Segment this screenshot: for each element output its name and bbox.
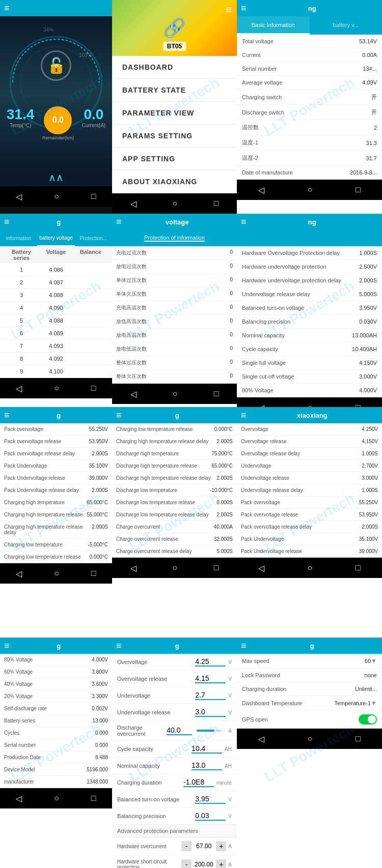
screen5-title: voltage bbox=[122, 218, 233, 226]
nav-bar-2: ◁ ○ □ bbox=[112, 193, 237, 214]
menu-icon-3[interactable]: ≡ bbox=[241, 3, 247, 14]
toggle-switch[interactable] bbox=[359, 714, 377, 725]
menu-icon-9[interactable]: ≡ bbox=[241, 410, 247, 421]
menu-icon-11[interactable]: ≡ bbox=[116, 641, 122, 651]
stepper-plus[interactable]: + bbox=[216, 859, 226, 868]
setting-input[interactable] bbox=[192, 744, 222, 754]
recent-btn-10[interactable]: □ bbox=[86, 794, 101, 803]
xx-label: Undervoltage release bbox=[241, 475, 362, 481]
home-btn-1[interactable]: ○ bbox=[49, 192, 64, 201]
protection-table: 充电过流次数0放电过流次数0单体过压次数0单体欠压次数0充电高温次数0放低高温次… bbox=[112, 246, 237, 384]
dropdown-icon[interactable]: ▼ bbox=[371, 700, 377, 707]
setting-input[interactable] bbox=[195, 708, 226, 717]
screen-dashboard: ≡ 34% 100% 🔓 31.4 Temp(°C) bbox=[0, 0, 112, 214]
lock-icon: 🔓 bbox=[41, 50, 71, 81]
home-btn-9[interactable]: ○ bbox=[303, 563, 318, 572]
tab-battery-v[interactable]: battery voltage bbox=[37, 230, 74, 246]
recent-btn-2[interactable]: □ bbox=[209, 199, 224, 208]
home-btn-10[interactable]: ○ bbox=[49, 794, 64, 803]
setting-input[interactable] bbox=[195, 812, 226, 821]
back-btn-1[interactable]: ◁ bbox=[11, 192, 27, 201]
menu-icon-10[interactable]: ≡ bbox=[4, 641, 10, 651]
screen3-title: ng bbox=[247, 5, 378, 12]
home-btn-4[interactable]: ○ bbox=[49, 384, 64, 393]
tab-information[interactable]: information bbox=[0, 230, 37, 246]
recent-btn-9[interactable]: □ bbox=[350, 563, 366, 572]
setting-input[interactable] bbox=[195, 795, 226, 804]
recent-btn-7[interactable]: □ bbox=[86, 569, 101, 578]
recent-btn-5[interactable]: □ bbox=[209, 389, 224, 398]
back-btn-7[interactable]: ◁ bbox=[11, 569, 27, 578]
tab-protection[interactable]: Protection... bbox=[75, 230, 112, 246]
back-btn-3[interactable]: ◁ bbox=[253, 185, 269, 195]
stepper-minus[interactable]: - bbox=[181, 841, 192, 851]
menu-icon-12[interactable]: ≡ bbox=[241, 641, 247, 651]
recent-btn-8[interactable]: □ bbox=[209, 563, 224, 572]
pack-row: Charging high temperature65.000°C bbox=[0, 497, 112, 509]
recent-btn-6[interactable]: □ bbox=[350, 403, 366, 407]
charge-row: Discharge low temperature release0.000S bbox=[112, 497, 237, 509]
menu-item-parameter-view[interactable]: PARAMETER VIEW bbox=[112, 102, 237, 125]
prot-value: 0 bbox=[230, 291, 233, 298]
menu-hamburger-icon[interactable]: ≡ bbox=[226, 4, 232, 16]
menu-icon-1[interactable]: ≡ bbox=[4, 3, 10, 14]
menu-icon-8[interactable]: ≡ bbox=[116, 410, 122, 421]
home-btn-7[interactable]: ○ bbox=[49, 569, 64, 578]
back-btn-9[interactable]: ◁ bbox=[253, 563, 269, 573]
menu-icon-5[interactable]: ≡ bbox=[116, 217, 122, 227]
home-btn-6[interactable]: ○ bbox=[303, 403, 318, 407]
menu-item-params-setting[interactable]: PARAMS SETTING bbox=[112, 125, 237, 148]
dropdown-icon[interactable]: ▼ bbox=[371, 657, 377, 664]
menu-icon-6[interactable]: ≡ bbox=[241, 217, 247, 227]
menu-icon-4[interactable]: ≡ bbox=[4, 217, 10, 227]
setting-input[interactable] bbox=[195, 657, 226, 667]
home-btn-12[interactable]: ○ bbox=[303, 734, 318, 743]
menu-item-app-setting[interactable]: APP SETTING bbox=[112, 148, 237, 170]
recent-btn-3[interactable]: □ bbox=[350, 185, 366, 194]
back-btn-2[interactable]: ◁ bbox=[125, 199, 142, 209]
setting-input[interactable] bbox=[195, 691, 226, 700]
info-label: Current bbox=[242, 52, 362, 58]
charge-label: Discharge high temperature bbox=[116, 451, 211, 456]
home-btn-8[interactable]: ○ bbox=[168, 563, 183, 572]
setting-field-row: Undervoltage V bbox=[112, 687, 237, 704]
back-btn-10[interactable]: ◁ bbox=[11, 794, 27, 803]
menu-icon-7[interactable]: ≡ bbox=[4, 410, 10, 421]
home-btn-5[interactable]: ○ bbox=[168, 389, 183, 398]
setting-input[interactable] bbox=[195, 674, 226, 683]
volt-table-header: Battery series Voltage Balance bbox=[0, 246, 112, 264]
back-btn-12[interactable]: ◁ bbox=[253, 734, 269, 744]
setting-input[interactable] bbox=[167, 726, 192, 735]
mv-label: 20% Voltage bbox=[4, 693, 92, 699]
more-info-row: Single full voltage4.150V bbox=[237, 356, 382, 370]
screen-menu: 🔗 BT05 ≡ DASHBOARDBATTERY STATEPARAMETER… bbox=[112, 0, 237, 214]
series-num: 9 bbox=[4, 368, 39, 374]
back-btn-8[interactable]: ◁ bbox=[125, 563, 142, 573]
home-btn-3[interactable]: ○ bbox=[303, 185, 318, 194]
charge-label: Discharge high temperature release delay bbox=[116, 475, 216, 481]
prot-row: 充电高温次数0 bbox=[112, 301, 237, 315]
stepper-minus[interactable]: - bbox=[181, 859, 192, 868]
volt-row: 64.089 bbox=[0, 327, 112, 340]
back-btn-6[interactable]: ◁ bbox=[253, 403, 269, 408]
menu-item-dashboard[interactable]: DASHBOARD bbox=[112, 56, 237, 79]
app-setting-label: Dashboard Temperature bbox=[242, 700, 335, 706]
recent-btn-1[interactable]: □ bbox=[86, 192, 101, 201]
tab-basic-info[interactable]: Basic Information bbox=[237, 16, 310, 35]
mv-value: 1348.000 bbox=[87, 779, 108, 785]
stepper-plus[interactable]: + bbox=[216, 841, 226, 851]
mv-label: Cycles bbox=[4, 730, 95, 736]
tab-protection-active[interactable]: Protection of information bbox=[144, 235, 205, 242]
recent-btn-12[interactable]: □ bbox=[350, 734, 366, 743]
menu-item-about-xiaoxiang[interactable]: ABOUT XIAOXIANG bbox=[112, 170, 237, 193]
scroll-up[interactable]: ∧∧ bbox=[0, 169, 112, 186]
back-btn-4[interactable]: ◁ bbox=[11, 384, 27, 393]
tab-battery-voltage[interactable]: battery v... bbox=[310, 16, 383, 35]
recent-btn-4[interactable]: □ bbox=[86, 384, 101, 393]
setting-input[interactable] bbox=[183, 778, 214, 787]
home-btn-2[interactable]: ○ bbox=[168, 199, 183, 208]
setting-input[interactable] bbox=[192, 761, 222, 770]
info-row: Current0.00A bbox=[237, 48, 382, 62]
menu-item-battery-state[interactable]: BATTERY STATE bbox=[112, 79, 237, 102]
back-btn-5[interactable]: ◁ bbox=[125, 389, 142, 399]
